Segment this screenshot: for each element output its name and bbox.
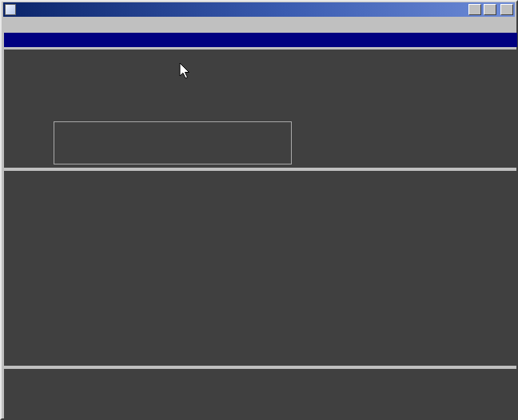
tote-board-panel [4,50,517,168]
app-icon [5,4,16,15]
exacta-panel[interactable] [4,171,517,366]
menu-bar [3,18,515,32]
tote-status-bar [4,33,517,47]
title-bar[interactable] [3,2,515,17]
mouse-cursor [179,62,192,80]
minimize-button[interactable] [468,4,481,15]
results-panel [4,369,517,418]
app-window [0,0,518,420]
second-flight-box [54,121,292,164]
maximize-button[interactable] [484,4,496,15]
close-button[interactable] [500,4,513,15]
